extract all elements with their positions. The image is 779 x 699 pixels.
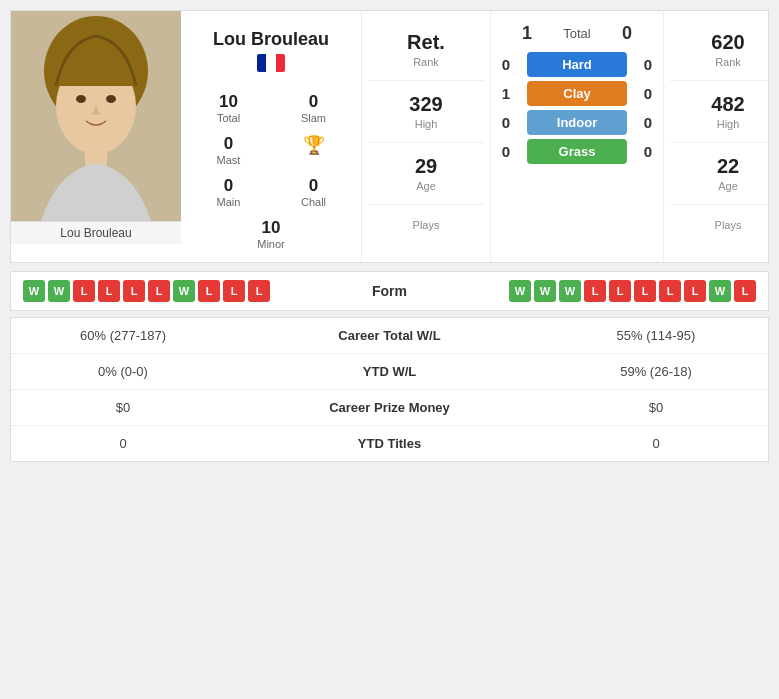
right-form-5: L (609, 280, 631, 302)
hard-left-val: 0 (491, 56, 521, 73)
left-form-1: W (23, 280, 45, 302)
left-side-stats: Ret. Rank 329 High 29 Age Plays (361, 11, 491, 262)
left-chall-stat: 0 Chall (272, 172, 355, 212)
left-form-3: L (73, 280, 95, 302)
left-stats-grid: 10 Total 0 Slam 0 Mast 🏆 0 Main (187, 88, 355, 254)
left-main-stat: 0 Main (187, 172, 270, 212)
left-form-10: L (248, 280, 270, 302)
right-high-block: 482 High (670, 81, 779, 143)
career-total-left: 60% (277-187) (23, 328, 223, 343)
left-form-9: L (223, 280, 245, 302)
ytd-wl-label: YTD W/L (223, 364, 556, 379)
form-label: Form (330, 283, 450, 299)
ytd-titles-left: 0 (23, 436, 223, 451)
left-trophy-icon: 🏆 (274, 134, 353, 156)
left-minor-stat: 10 Minor (187, 214, 355, 254)
clay-button: Clay (527, 81, 627, 106)
grass-right-val: 0 (633, 143, 663, 160)
right-age-block: 22 Age (670, 143, 779, 205)
left-player-name: Lou Brouleau (187, 29, 355, 50)
left-rank-block: Ret. Rank (368, 19, 484, 81)
ytd-titles-right: 0 (556, 436, 756, 451)
left-slam-stat: 0 Slam (272, 88, 355, 128)
right-plays-block: Plays (670, 205, 779, 243)
career-total-label: Career Total W/L (223, 328, 556, 343)
right-total-score: 0 (607, 23, 647, 44)
right-form-8: L (684, 280, 706, 302)
right-form-2: W (534, 280, 556, 302)
clay-right-val: 0 (633, 85, 663, 102)
left-player-flag (187, 54, 355, 72)
ytd-wl-right: 59% (26-18) (556, 364, 756, 379)
prize-money-row: $0 Career Prize Money $0 (11, 390, 768, 426)
right-form-7: L (659, 280, 681, 302)
clay-row: 1 Clay 0 (491, 81, 663, 106)
left-player-photo (11, 11, 181, 221)
surface-rows: 0 Hard 0 1 Clay 0 0 Indoor 0 (491, 52, 663, 164)
career-total-row: 60% (277-187) Career Total W/L 55% (114-… (11, 318, 768, 354)
player-comparison: Lou Brouleau Lou Brouleau 10 (10, 10, 769, 263)
left-total-stat: 10 Total (187, 88, 270, 128)
clay-left-val: 1 (491, 85, 521, 102)
left-form-5: L (123, 280, 145, 302)
total-row: 1 Total 0 (491, 11, 663, 52)
right-rank-block: 620 Rank (670, 19, 779, 81)
career-stats-table: 60% (277-187) Career Total W/L 55% (114-… (10, 317, 769, 462)
left-age-block: 29 Age (368, 143, 484, 205)
right-form-badges: W W W L L L L L W L (509, 280, 756, 302)
right-side-stats: 620 Rank 482 High 22 Age Plays (663, 11, 779, 262)
left-mast-stat: 0 Mast (187, 130, 270, 170)
grass-button: Grass (527, 139, 627, 164)
main-container: Lou Brouleau Lou Brouleau 10 (0, 0, 779, 472)
right-form-3: W (559, 280, 581, 302)
grass-row: 0 Grass 0 (491, 139, 663, 164)
left-trophy: 🏆 (272, 130, 355, 170)
prize-money-label: Career Prize Money (223, 400, 556, 415)
left-form-2: W (48, 280, 70, 302)
left-form-4: L (98, 280, 120, 302)
left-player-stats: Lou Brouleau 10 Total 0 Slam (181, 11, 361, 262)
career-total-right: 55% (114-95) (556, 328, 756, 343)
prize-money-right: $0 (556, 400, 756, 415)
ytd-titles-row: 0 YTD Titles 0 (11, 426, 768, 461)
indoor-button: Indoor (527, 110, 627, 135)
prize-money-left: $0 (23, 400, 223, 415)
right-form-1: W (509, 280, 531, 302)
right-form-4: L (584, 280, 606, 302)
ytd-wl-left: 0% (0-0) (23, 364, 223, 379)
left-player-name-area: Lou Brouleau (187, 19, 355, 84)
ytd-wl-row: 0% (0-0) YTD W/L 59% (26-18) (11, 354, 768, 390)
right-form-10: L (734, 280, 756, 302)
indoor-right-val: 0 (633, 114, 663, 131)
left-form-7: W (173, 280, 195, 302)
left-form-6: L (148, 280, 170, 302)
left-total-score: 1 (507, 23, 547, 44)
left-player-name-below: Lou Brouleau (11, 221, 181, 244)
total-label: Total (547, 26, 607, 41)
hard-row: 0 Hard 0 (491, 52, 663, 77)
indoor-row: 0 Indoor 0 (491, 110, 663, 135)
svg-point-4 (106, 95, 116, 103)
left-player-photo-block: Lou Brouleau (11, 11, 181, 262)
left-form-8: L (198, 280, 220, 302)
france-flag (257, 54, 285, 72)
form-section: W W L L L L W L L L Form W W W L L L L L… (10, 271, 769, 311)
right-form-9: W (709, 280, 731, 302)
indoor-left-val: 0 (491, 114, 521, 131)
left-high-block: 329 High (368, 81, 484, 143)
hard-button: Hard (527, 52, 627, 77)
ytd-titles-label: YTD Titles (223, 436, 556, 451)
left-player-image (11, 11, 181, 221)
left-plays-block: Plays (368, 205, 484, 243)
left-form-badges: W W L L L L W L L L (23, 280, 270, 302)
right-form-6: L (634, 280, 656, 302)
center-column: 1 Total 0 0 Hard 0 1 Clay 0 (491, 11, 663, 262)
grass-left-val: 0 (491, 143, 521, 160)
svg-point-3 (76, 95, 86, 103)
hard-right-val: 0 (633, 56, 663, 73)
